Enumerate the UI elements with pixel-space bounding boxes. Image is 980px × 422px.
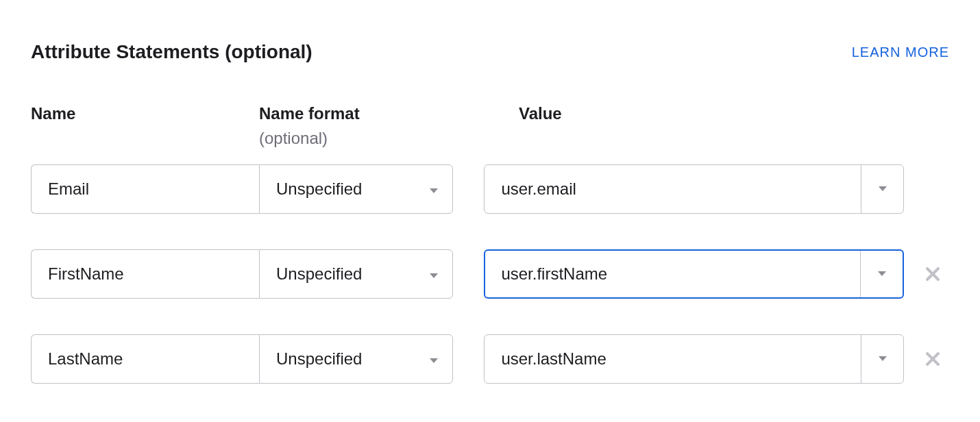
learn-more-link[interactable]: LEARN MORE (852, 45, 949, 60)
name-format-select[interactable]: Unspecified (259, 164, 453, 214)
chevron-down-icon (878, 186, 887, 193)
remove-row-button[interactable] (916, 343, 949, 375)
attribute-value-select[interactable]: user.firstName (484, 249, 904, 299)
name-format-value: Unspecified (276, 349, 362, 369)
attribute-row: Unspecifieduser.firstName (31, 249, 949, 299)
attribute-value-select[interactable]: user.lastName (484, 334, 904, 384)
name-format-select[interactable]: Unspecified (259, 334, 453, 384)
column-header-format: Name format (optional) (259, 104, 487, 148)
value-caret-box (860, 251, 903, 297)
attribute-name-input[interactable] (31, 334, 259, 384)
column-header-format-sub: (optional) (259, 129, 487, 148)
attribute-value-text: user.email (485, 165, 861, 213)
value-caret-box (861, 165, 903, 213)
chevron-down-icon (429, 188, 439, 195)
attribute-name-input[interactable] (31, 164, 259, 214)
name-format-value: Unspecified (276, 264, 362, 284)
close-icon (924, 351, 941, 367)
value-caret-box (861, 335, 903, 383)
chevron-down-icon (429, 349, 439, 369)
close-icon (924, 266, 941, 282)
column-gap (487, 104, 519, 148)
attribute-name-input[interactable] (31, 249, 259, 299)
attribute-value-text: user.firstName (485, 251, 860, 297)
section-title: Attribute Statements (optional) (31, 41, 313, 63)
chevron-down-icon (878, 356, 887, 362)
chevron-down-icon (429, 358, 439, 364)
attribute-row: Unspecifieduser.email (31, 164, 949, 214)
name-format-select[interactable]: Unspecified (259, 249, 453, 299)
column-header-name: Name (31, 104, 259, 148)
attribute-value-select[interactable]: user.email (484, 164, 904, 214)
name-format-value: Unspecified (276, 179, 362, 199)
section-header: Attribute Statements (optional) LEARN MO… (31, 41, 949, 63)
chevron-down-icon (429, 179, 439, 199)
column-header-format-label: Name format (259, 104, 487, 123)
remove-row-button[interactable] (916, 258, 949, 290)
attribute-row: Unspecifieduser.lastName (31, 334, 949, 384)
column-header-value: Value (519, 104, 562, 148)
chevron-down-icon (429, 273, 439, 280)
attribute-rows: Unspecifieduser.emailUnspecifieduser.fir… (31, 164, 949, 384)
attribute-value-text: user.lastName (485, 335, 861, 383)
chevron-down-icon (429, 264, 439, 284)
columns-header: Name Name format (optional) Value (31, 104, 949, 148)
chevron-down-icon (877, 271, 887, 277)
